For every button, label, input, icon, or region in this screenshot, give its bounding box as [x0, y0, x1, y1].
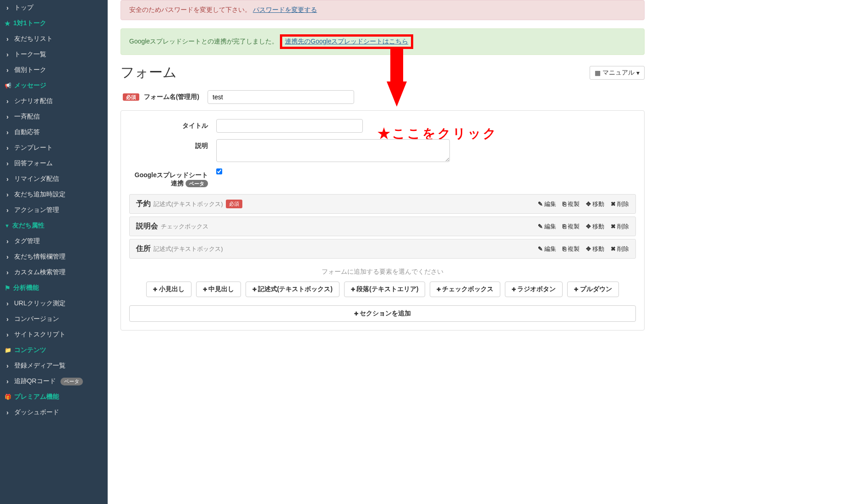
form-name-label: 必須 フォーム名(管理用): [120, 90, 208, 101]
page-title: フォーム: [120, 63, 177, 82]
move-icon: ✥: [586, 201, 591, 207]
nav-header-talk: 1対1トーク: [0, 16, 108, 31]
main-content: 安全のためパスワードを変更して下さい。 パスワードを変更する Googleスプレ…: [108, 0, 657, 504]
form-panel: タイトル 説明 Googleスプレッドシート連携 ベータ 予約 記述式(テキスト…: [120, 110, 645, 331]
gsheet-checkbox[interactable]: [216, 168, 222, 174]
annotation-arrowhead: [387, 81, 407, 107]
nav-dashboard[interactable]: ダッシュボード: [0, 405, 108, 420]
form-name-input[interactable]: [208, 90, 354, 104]
delete-button[interactable]: ✖削除: [611, 245, 629, 253]
required-badge: 必須: [123, 93, 139, 101]
nav-template[interactable]: テンプレート: [0, 140, 108, 156]
close-icon: ✖: [611, 245, 616, 252]
field-type: チェックボックス: [161, 222, 208, 231]
delete-button[interactable]: ✖削除: [611, 222, 629, 231]
close-icon: ✖: [611, 223, 616, 230]
nav-talk-list[interactable]: トーク一覧: [0, 47, 108, 62]
copy-icon: ⎘: [563, 245, 566, 252]
beta-badge: ベータ: [186, 180, 208, 187]
change-password-link[interactable]: パスワードを変更する: [253, 6, 317, 13]
spreadsheet-link[interactable]: 連携先のGoogleスプレッドシートはこちら: [285, 38, 408, 45]
copy-button[interactable]: ⎘複製: [563, 200, 580, 208]
nav-conversion[interactable]: コンバージョン: [0, 311, 108, 327]
nav-scenario[interactable]: シナリオ配信: [0, 93, 108, 109]
edit-button[interactable]: ✎編集: [538, 245, 556, 253]
nav-header-premium: プレミアム機能: [0, 389, 108, 405]
nav-qr[interactable]: 追跡QRコードベータ: [0, 374, 108, 389]
title-label: タイトル: [129, 119, 216, 130]
add-element-button[interactable]: 記述式(テキストボックス): [246, 282, 339, 297]
sidebar: トップ 1対1トーク 友だちリスト トーク一覧 個別トーク メッセージ シナリオ…: [0, 0, 108, 504]
add-element-button[interactable]: チェックボックス: [430, 282, 500, 297]
edit-button[interactable]: ✎編集: [538, 200, 556, 208]
nav-autoreply[interactable]: 自動応答: [0, 125, 108, 140]
success-alert: Googleスプレッドシートとの連携が完了しました。 連携先のGoogleスプレ…: [120, 28, 645, 55]
nav-header-contents: コンテンツ: [0, 342, 108, 358]
annotation-arrow: [390, 47, 403, 84]
move-button[interactable]: ✥移動: [586, 222, 604, 231]
nav-friend-add[interactable]: 友だち追加時設定: [0, 187, 108, 202]
manual-button[interactable]: ▦ マニュアル ▾: [590, 66, 645, 80]
nav-top[interactable]: トップ: [0, 0, 108, 16]
move-icon: ✥: [586, 223, 591, 230]
caret-down-icon: ▾: [636, 69, 640, 76]
field-type: 記述式(テキストボックス): [153, 200, 223, 208]
copy-button[interactable]: ⎘複製: [563, 245, 580, 253]
nav-url-click[interactable]: URLクリック測定: [0, 296, 108, 311]
edit-button[interactable]: ✎編集: [538, 222, 556, 231]
nav-header-message: メッセージ: [0, 78, 108, 93]
book-icon: ▦: [595, 69, 601, 76]
nav-header-attr: 友だち属性: [0, 218, 108, 233]
field-type: 記述式(テキストボックス): [153, 245, 223, 253]
nav-action-mgmt[interactable]: アクション管理: [0, 202, 108, 218]
close-icon: ✖: [611, 201, 616, 207]
nav-friend-info[interactable]: 友だち情報欄管理: [0, 249, 108, 265]
add-element-button[interactable]: プルダウン: [567, 282, 618, 297]
nav-friends[interactable]: 友だちリスト: [0, 31, 108, 47]
nav-header-analytics: 分析機能: [0, 280, 108, 296]
nav-tag[interactable]: タグ管理: [0, 233, 108, 249]
field-row: 予約 記述式(テキストボックス) 必須 ✎編集 ⎘複製 ✥移動 ✖削除: [129, 194, 636, 214]
nav-answer-form[interactable]: 回答フォーム: [0, 156, 108, 171]
copy-icon: ⎘: [563, 223, 566, 230]
add-element-button[interactable]: 小見出し: [146, 282, 191, 297]
password-alert: 安全のためパスワードを変更して下さい。 パスワードを変更する: [120, 0, 645, 20]
nav-custom-search[interactable]: カスタム検索管理: [0, 265, 108, 280]
success-text: Googleスプレッドシートとの連携が完了しました。: [129, 38, 278, 45]
desc-label: 説明: [129, 139, 216, 150]
beta-badge: ベータ: [60, 378, 83, 385]
delete-button[interactable]: ✖削除: [611, 200, 629, 208]
field-name: 住所: [136, 244, 151, 254]
title-input[interactable]: [216, 119, 363, 133]
copy-button[interactable]: ⎘複製: [563, 222, 580, 231]
field-row: 住所 記述式(テキストボックス) ✎編集 ⎘複製 ✥移動 ✖削除: [129, 239, 636, 259]
copy-icon: ⎘: [563, 201, 566, 207]
nav-media[interactable]: 登録メディア一覧: [0, 358, 108, 374]
field-row: 説明会 チェックボックス ✎編集 ⎘複製 ✥移動 ✖削除: [129, 217, 636, 236]
alert-text: 安全のためパスワードを変更して下さい。: [129, 6, 251, 13]
nav-site-script[interactable]: サイトスクリプト: [0, 327, 108, 342]
add-element-button[interactable]: ラジオボタン: [505, 282, 563, 297]
add-element-button[interactable]: 段落(テキストエリア): [344, 282, 425, 297]
pencil-icon: ✎: [538, 245, 543, 252]
nav-broadcast[interactable]: 一斉配信: [0, 109, 108, 125]
field-name: 予約: [136, 199, 151, 209]
add-element-prompt: フォームに追加する要素を選んでください: [129, 268, 636, 276]
field-name: 説明会: [136, 222, 158, 231]
move-button[interactable]: ✥移動: [586, 245, 604, 253]
move-icon: ✥: [586, 245, 591, 252]
desc-textarea[interactable]: [216, 139, 450, 162]
move-button[interactable]: ✥移動: [586, 200, 604, 208]
add-section-button[interactable]: セクションを追加: [129, 305, 636, 322]
nav-reminder[interactable]: リマインダ配信: [0, 171, 108, 187]
gsheet-label: Googleスプレッドシート連携 ベータ: [129, 168, 216, 188]
required-badge: 必須: [226, 200, 242, 208]
pencil-icon: ✎: [538, 223, 543, 230]
pencil-icon: ✎: [538, 201, 543, 207]
add-element-button[interactable]: 中見出し: [196, 282, 241, 297]
nav-indiv-talk[interactable]: 個別トーク: [0, 62, 108, 78]
